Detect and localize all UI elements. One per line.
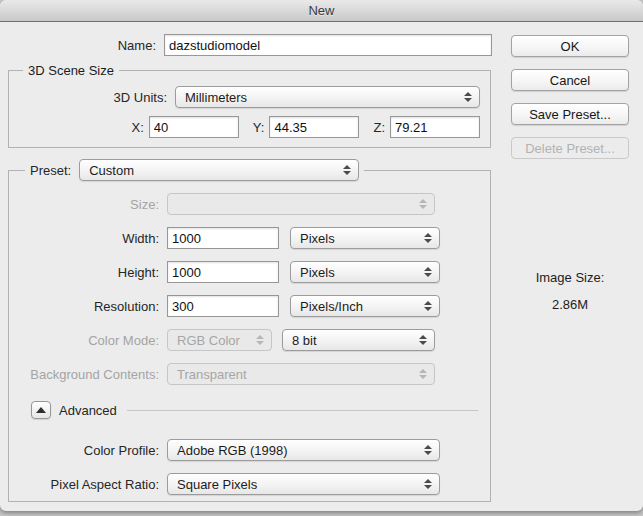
- resolution-unit-value: Pixels/Inch: [300, 299, 418, 314]
- advanced-divider: [127, 410, 478, 411]
- color-mode-value: RGB Color: [177, 333, 250, 348]
- image-size-readout: Image Size: 2.86M: [500, 270, 640, 312]
- titlebar[interactable]: New: [0, 0, 643, 22]
- height-input[interactable]: [167, 261, 279, 283]
- advanced-disclosure-button[interactable]: [31, 401, 51, 419]
- z-input[interactable]: [390, 116, 480, 138]
- resolution-row: Resolution: Pixels/Inch: [11, 295, 488, 317]
- width-label: Width:: [11, 231, 159, 246]
- bit-depth-dropdown[interactable]: 8 bit: [282, 329, 435, 351]
- size-row: Size:: [11, 193, 488, 215]
- image-size-value: 2.86M: [500, 297, 640, 312]
- preset-label: Preset:: [30, 163, 71, 178]
- up-triangle-icon: [36, 407, 46, 413]
- cancel-button[interactable]: Cancel: [511, 69, 629, 91]
- preset-value: Custom: [89, 163, 337, 178]
- preset-dropdown[interactable]: Custom: [79, 159, 359, 181]
- ok-button[interactable]: OK: [511, 35, 629, 57]
- resolution-unit-dropdown[interactable]: Pixels/Inch: [290, 295, 440, 317]
- y-label: Y:: [253, 120, 265, 135]
- up-down-stepper-icon: [256, 335, 264, 345]
- size-label: Size:: [11, 197, 159, 212]
- scene-size-legend: 3D Scene Size: [23, 63, 119, 78]
- height-unit-dropdown[interactable]: Pixels: [290, 261, 440, 283]
- background-contents-label: Background Contents:: [11, 367, 159, 382]
- up-down-stepper-icon: [419, 335, 427, 345]
- bit-depth-value: 8 bit: [292, 333, 413, 348]
- color-mode-dropdown: RGB Color: [167, 329, 272, 351]
- pixel-aspect-ratio-label: Pixel Aspect Ratio:: [11, 477, 159, 492]
- name-input[interactable]: [164, 34, 492, 56]
- up-down-stepper-icon: [424, 445, 432, 455]
- y-input[interactable]: [269, 116, 359, 138]
- x-label: X:: [132, 120, 144, 135]
- up-down-stepper-icon: [424, 479, 432, 489]
- preset-group: Preset: Custom Size: Width: Pixels: [8, 159, 491, 502]
- up-down-stepper-icon: [424, 301, 432, 311]
- preset-legend: Preset: Custom: [25, 159, 364, 181]
- image-size-label: Image Size:: [500, 270, 640, 285]
- new-document-dialog: New Name: OK Cancel Save Preset... Delet…: [0, 0, 643, 511]
- background-contents-row: Background Contents: Transparent: [11, 363, 488, 385]
- pixel-aspect-ratio-row: Pixel Aspect Ratio: Square Pixels: [11, 473, 488, 495]
- delete-preset-button: Delete Preset...: [511, 137, 629, 159]
- save-preset-button[interactable]: Save Preset...: [511, 103, 629, 125]
- background-contents-dropdown: Transparent: [167, 363, 435, 385]
- x-input[interactable]: [149, 116, 239, 138]
- dimensions-row: X: Y: Z:: [11, 116, 488, 138]
- size-dropdown: [167, 193, 435, 215]
- advanced-row: Advanced: [11, 401, 488, 419]
- color-profile-value: Adobe RGB (1998): [177, 443, 418, 458]
- width-row: Width: Pixels: [11, 227, 488, 249]
- pixel-aspect-ratio-value: Square Pixels: [177, 477, 418, 492]
- up-down-stepper-icon: [419, 199, 427, 209]
- height-row: Height: Pixels: [11, 261, 488, 283]
- up-down-stepper-icon: [343, 165, 351, 175]
- height-unit-value: Pixels: [300, 265, 418, 280]
- pixel-aspect-ratio-dropdown[interactable]: Square Pixels: [167, 473, 440, 495]
- height-label: Height:: [11, 265, 159, 280]
- width-input[interactable]: [167, 227, 279, 249]
- resolution-label: Resolution:: [11, 299, 159, 314]
- background-contents-value: Transparent: [177, 367, 413, 382]
- units-value: Millimeters: [185, 90, 458, 105]
- width-unit-value: Pixels: [300, 231, 418, 246]
- advanced-label: Advanced: [59, 403, 117, 418]
- color-profile-label: Color Profile:: [11, 443, 159, 458]
- resolution-input[interactable]: [167, 295, 279, 317]
- preset-body: Size: Width: Pixels Height: Pixels: [11, 181, 488, 495]
- color-mode-label: Color Mode:: [11, 333, 159, 348]
- color-profile-row: Color Profile: Adobe RGB (1998): [11, 439, 488, 461]
- units-dropdown[interactable]: Millimeters: [175, 86, 480, 108]
- up-down-stepper-icon: [424, 233, 432, 243]
- z-label: Z:: [373, 120, 385, 135]
- name-label: Name:: [118, 38, 156, 53]
- color-profile-dropdown[interactable]: Adobe RGB (1998): [167, 439, 440, 461]
- color-mode-row: Color Mode: RGB Color 8 bit: [11, 329, 488, 351]
- up-down-stepper-icon: [419, 369, 427, 379]
- up-down-stepper-icon: [424, 267, 432, 277]
- window-title: New: [308, 3, 334, 18]
- width-unit-dropdown[interactable]: Pixels: [290, 227, 440, 249]
- up-down-stepper-icon: [464, 92, 472, 102]
- units-row: 3D Units: Millimeters: [11, 86, 488, 108]
- action-button-column: OK Cancel Save Preset... Delete Preset..…: [511, 35, 629, 159]
- units-label: 3D Units:: [11, 90, 167, 105]
- scene-size-group: 3D Scene Size 3D Units: Millimeters X: Y…: [8, 63, 491, 148]
- name-row: Name:: [0, 34, 492, 56]
